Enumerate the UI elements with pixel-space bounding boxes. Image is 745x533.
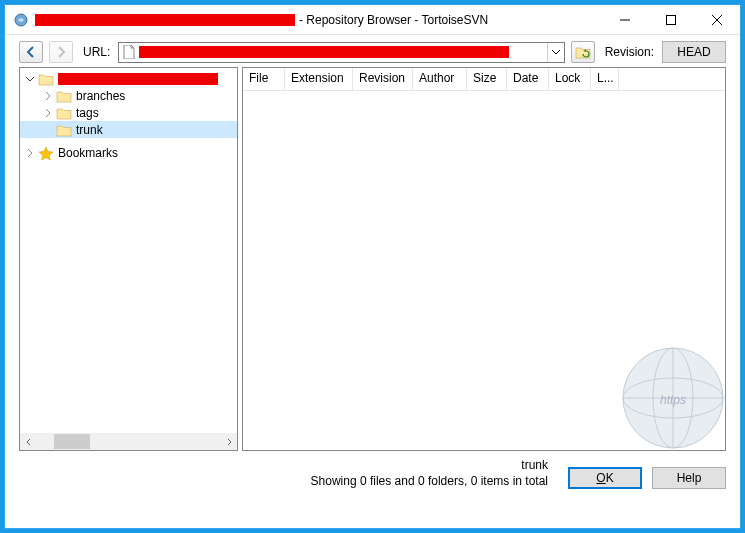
ok-button[interactable]: OK <box>568 467 642 489</box>
folder-icon <box>56 89 72 103</box>
close-button[interactable] <box>694 5 740 34</box>
folder-icon <box>56 106 72 120</box>
title-redacted <box>35 14 295 26</box>
window-title: - Repository Browser - TortoiseSVN <box>299 13 488 27</box>
back-button[interactable] <box>19 41 43 63</box>
folder-icon <box>56 123 72 137</box>
titlebar: - Repository Browser - TortoiseSVN <box>5 5 740 35</box>
url-label: URL: <box>83 45 110 59</box>
url-dropdown-icon[interactable] <box>547 43 564 62</box>
repo-tree[interactable]: branches tags trunk Bookmarks <box>19 67 238 451</box>
revision-button[interactable]: HEAD <box>662 41 726 63</box>
star-icon <box>38 146 54 160</box>
col-extension[interactable]: Extension <box>285 68 353 90</box>
col-size[interactable]: Size <box>467 68 507 90</box>
toolbar: URL: Revision: HEAD <box>5 35 740 67</box>
status-summary: Showing 0 files and 0 folders, 0 items i… <box>19 473 548 489</box>
url-redacted <box>139 46 509 58</box>
go-button[interactable] <box>571 41 595 63</box>
file-list[interactable]: File Extension Revision Author Size Date… <box>242 67 726 451</box>
tree-root[interactable] <box>20 70 237 87</box>
collapse-icon[interactable] <box>24 73 36 85</box>
revision-label: Revision: <box>605 45 654 59</box>
col-revision[interactable]: Revision <box>353 68 413 90</box>
expand-icon[interactable] <box>24 147 36 159</box>
tree-item-label: branches <box>76 89 125 103</box>
col-file[interactable]: File <box>243 68 285 90</box>
tree-item-label: tags <box>76 106 99 120</box>
https-watermark-icon: https <box>613 338 726 451</box>
expand-icon[interactable] <box>42 90 54 102</box>
tree-item-tags[interactable]: tags <box>20 104 237 121</box>
status-area: trunk Showing 0 files and 0 folders, 0 i… <box>5 451 740 499</box>
col-author[interactable]: Author <box>413 68 467 90</box>
col-date[interactable]: Date <box>507 68 549 90</box>
tree-hscrollbar[interactable] <box>20 433 237 450</box>
scroll-thumb[interactable] <box>54 434 90 449</box>
file-icon <box>123 45 135 59</box>
status-path: trunk <box>19 457 548 473</box>
expand-icon[interactable] <box>42 107 54 119</box>
tree-root-redacted <box>58 73 218 85</box>
app-icon <box>13 12 29 28</box>
tree-item-label: Bookmarks <box>58 146 118 160</box>
svg-rect-1 <box>667 15 676 24</box>
scroll-right-icon[interactable] <box>220 433 237 450</box>
window: - Repository Browser - TortoiseSVN URL: … <box>4 4 741 529</box>
col-lock[interactable]: Lock <box>549 68 591 90</box>
minimize-button[interactable] <box>602 5 648 34</box>
tree-item-branches[interactable]: branches <box>20 87 237 104</box>
folder-icon <box>38 72 54 86</box>
col-lock2[interactable]: L... <box>591 68 619 90</box>
svg-text:https: https <box>660 393 686 407</box>
url-combobox[interactable] <box>118 42 564 63</box>
help-button[interactable]: Help <box>652 467 726 489</box>
list-header: File Extension Revision Author Size Date… <box>243 68 725 91</box>
tree-bookmarks[interactable]: Bookmarks <box>20 144 237 161</box>
forward-button[interactable] <box>49 41 73 63</box>
tree-item-trunk[interactable]: trunk <box>20 121 237 138</box>
scroll-left-icon[interactable] <box>20 433 37 450</box>
maximize-button[interactable] <box>648 5 694 34</box>
tree-item-label: trunk <box>76 123 103 137</box>
expand-placeholder <box>42 124 54 136</box>
